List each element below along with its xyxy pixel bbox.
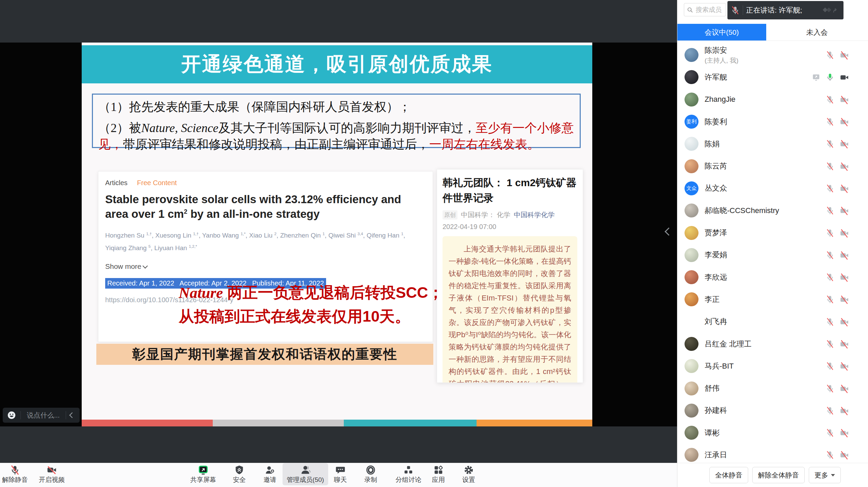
mic-muted-icon[interactable] [826,362,834,370]
participant-row[interactable]: 陈娟 [677,133,868,155]
mic-muted-icon[interactable] [826,340,834,348]
security-button[interactable]: 安全 [233,465,246,484]
show-more-link[interactable]: Show more [105,262,426,271]
avatar [685,226,698,240]
apps-button[interactable]: 应用 [432,465,445,484]
mic-muted-icon[interactable] [826,451,834,459]
participant-row[interactable]: 谭彬 [677,422,868,444]
camera-off-icon[interactable] [840,451,848,459]
unmute-button[interactable]: 解除静音 [2,465,28,484]
mic-muted-icon[interactable] [826,295,834,304]
camera-off-icon[interactable] [840,162,848,171]
mic-muted-icon[interactable] [826,206,834,215]
camera-on-icon[interactable] [840,73,848,81]
camera-off-icon[interactable] [840,229,848,237]
mic-muted-icon[interactable] [826,184,834,193]
participant-name: 李正 [705,294,720,305]
mic-muted-icon[interactable] [826,251,834,259]
speaking-indicator-toast: 正在讲话: 许军舰; [727,1,843,19]
camera-off-icon[interactable] [840,295,848,304]
camera-off-icon[interactable] [840,428,848,437]
member-search-box[interactable] [684,3,726,16]
avatar [685,248,698,262]
shared-slide: 开通绿色通道，吸引原创优质成果 （1）抢先发表的重大成果（保障国内科研人员首发权… [82,43,592,426]
mic-muted-icon[interactable] [826,273,834,281]
wechat-abstract-box: 上海交通大学韩礼元团队提出了一种掺杂-钝化一体化策略，在提高钙钛矿太阳电池效率的… [443,236,577,383]
camera-off-icon[interactable] [840,362,848,370]
participant-row[interactable]: 陈云芮 [677,155,868,177]
mic-muted-icon[interactable] [826,117,834,126]
wechat-account-link[interactable]: 中国科学化学 [514,210,555,220]
mic-muted-icon[interactable] [826,384,834,393]
participant-row[interactable]: 姜利陈姜利 [677,111,868,133]
participant-row[interactable]: 刘飞冉 [677,311,868,333]
camera-off-icon[interactable] [840,251,848,259]
invite-person-icon [265,465,275,475]
camera-off-icon[interactable] [840,140,848,148]
rules-box: （1）抢先发表的重大成果（保障国内科研人员首发权）； （2）被Nature, S… [92,94,581,148]
camera-off-icon[interactable] [840,273,848,281]
emoji-icon[interactable] [7,410,16,420]
breakout-rooms-button[interactable]: 分组讨论 [396,465,421,484]
mic-muted-icon[interactable] [826,140,834,148]
mic-muted-icon[interactable] [826,318,834,326]
participant-name: 李欣远 [705,272,727,282]
participant-row[interactable]: 孙建科 [677,400,868,422]
share-screen-button[interactable]: 共享屏幕 [190,465,216,484]
participant-row[interactable]: 陈崇安(主持人, 我) [677,44,868,66]
chevron-left-icon[interactable] [69,412,75,418]
settings-button[interactable]: 设置 [462,465,475,484]
camera-off-icon[interactable] [840,406,848,415]
original-tag: 原创 [443,210,457,220]
quick-chat-bar[interactable]: 说点什么... [3,408,80,423]
camera-off-icon[interactable] [840,51,848,59]
camera-off-icon[interactable] [840,384,848,393]
participant-row[interactable]: 郝临晓-CCSChemistry [677,199,868,222]
camera-off-icon[interactable] [840,117,848,126]
participant-name: 马兵-BIT [705,361,734,371]
mic-muted-icon[interactable] [826,51,834,59]
unmute-all-button[interactable]: 解除全体静音 [752,467,805,483]
mute-all-button[interactable]: 全体静音 [709,467,748,483]
participant-row[interactable]: 许军舰 [677,66,868,88]
participant-row[interactable]: 贾梦泽 [677,222,868,244]
search-input[interactable] [695,6,723,14]
participant-name: 陈崇安 [705,45,738,55]
participant-role: (主持人, 我) [705,56,738,65]
chat-button[interactable]: 聊天 [334,465,347,484]
slide-color-strip [82,420,592,426]
participant-row[interactable]: 李爱娟 [677,244,868,266]
invite-button[interactable]: 邀请 [263,465,276,484]
camera-off-icon[interactable] [840,184,848,193]
participant-row[interactable]: 文众丛文众 [677,177,868,199]
participant-row[interactable]: ZhangJie [677,88,868,111]
mic-muted-icon[interactable] [826,162,834,171]
start-video-button[interactable]: 开启视频 [39,465,65,484]
avatar [685,292,698,306]
mic-muted-icon[interactable] [826,95,834,104]
camera-off-icon[interactable] [840,340,848,348]
tab-in-meeting[interactable]: 会议中(50) [677,24,766,40]
camera-off-icon[interactable] [840,95,848,104]
tab-not-joined[interactable]: 未入会 [766,24,868,40]
mic-muted-icon[interactable] [826,406,834,415]
toast-layout-icons[interactable] [820,6,840,15]
participant-row[interactable]: 汪承日 [677,444,868,463]
participant-row[interactable]: 李正 [677,288,868,310]
chat-input-placeholder[interactable]: 说点什么... [25,411,62,420]
participant-row[interactable]: 舒伟 [677,377,868,399]
search-icon [687,6,693,13]
record-button[interactable]: 录制 [364,465,377,484]
camera-off-icon[interactable] [840,206,848,215]
mic-muted-icon[interactable] [826,229,834,237]
participant-row[interactable]: 李欣远 [677,266,868,288]
more-button[interactable]: 更多 [809,467,841,483]
camera-off-icon[interactable] [840,318,848,326]
mic-on-icon[interactable] [826,73,834,81]
free-content-label: Free Content [137,179,177,187]
record-icon [366,465,376,475]
manage-members-button[interactable]: 管理成员(50) [283,463,328,485]
mic-muted-icon[interactable] [826,428,834,437]
participant-row[interactable]: 吕红金 北理工 [677,333,868,355]
participant-row[interactable]: 马兵-BIT [677,355,868,377]
